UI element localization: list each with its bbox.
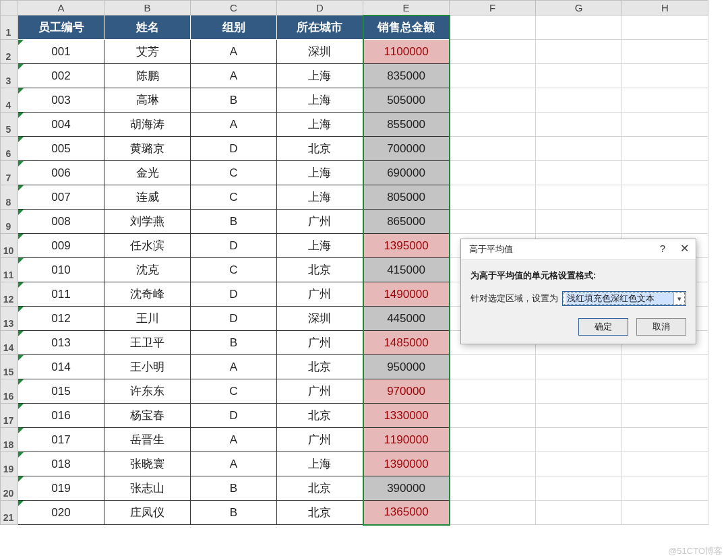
empty-cell[interactable] [622, 404, 708, 428]
cell-name[interactable]: 金光 [104, 161, 191, 185]
cell-name[interactable]: 许东东 [104, 379, 191, 404]
row-header[interactable]: 6 [1, 137, 18, 161]
cell-id[interactable]: 013 [18, 331, 104, 355]
empty-cell[interactable] [450, 113, 536, 137]
col-header-c[interactable]: C [191, 1, 277, 15]
cell-id[interactable]: 010 [18, 258, 104, 282]
cell-id[interactable]: 011 [18, 282, 104, 307]
cell-amount[interactable]: 1330000 [363, 404, 450, 428]
empty-cell[interactable] [536, 15, 622, 40]
empty-cell[interactable] [536, 185, 622, 210]
row-header[interactable]: 18 [1, 428, 18, 452]
cell-city[interactable]: 上海 [277, 113, 363, 137]
cell-id[interactable]: 005 [18, 137, 104, 161]
row-header[interactable]: 4 [1, 88, 18, 113]
cell-group[interactable]: B [191, 476, 277, 501]
cell-city[interactable]: 北京 [277, 476, 363, 501]
cell-id[interactable]: 014 [18, 355, 104, 379]
empty-cell[interactable] [450, 501, 536, 525]
cell-id[interactable]: 004 [18, 113, 104, 137]
cell-amount[interactable]: 700000 [363, 137, 450, 161]
cell-city[interactable]: 深圳 [277, 40, 363, 64]
cell-id[interactable]: 008 [18, 210, 104, 234]
empty-cell[interactable] [536, 210, 622, 234]
empty-cell[interactable] [450, 379, 536, 404]
cell-group[interactable]: A [191, 64, 277, 88]
empty-cell[interactable] [536, 137, 622, 161]
format-combo[interactable]: 浅红填充色深红色文本 ▾ [562, 291, 686, 306]
cell-amount[interactable]: 1485000 [363, 331, 450, 355]
cell-city[interactable]: 广州 [277, 331, 363, 355]
empty-cell[interactable] [622, 185, 708, 210]
row-header[interactable]: 16 [1, 379, 18, 404]
empty-cell[interactable] [450, 137, 536, 161]
empty-cell[interactable] [536, 113, 622, 137]
empty-cell[interactable] [450, 88, 536, 113]
cell-city[interactable]: 广州 [277, 210, 363, 234]
cell-group[interactable]: D [191, 307, 277, 331]
empty-cell[interactable] [622, 137, 708, 161]
empty-cell[interactable] [450, 428, 536, 452]
cell-city[interactable]: 广州 [277, 379, 363, 404]
row-header[interactable]: 15 [1, 355, 18, 379]
empty-cell[interactable] [450, 161, 536, 185]
cell-amount[interactable]: 445000 [363, 307, 450, 331]
cell-name[interactable]: 艾芳 [104, 40, 191, 64]
cell-amount[interactable]: 390000 [363, 476, 450, 501]
row-header[interactable]: 2 [1, 40, 18, 64]
cell-city[interactable]: 深圳 [277, 307, 363, 331]
cancel-button[interactable]: 取消 [636, 318, 686, 336]
cell-city[interactable]: 上海 [277, 234, 363, 258]
cell-name[interactable]: 黄璐京 [104, 137, 191, 161]
cell-group[interactable]: A [191, 428, 277, 452]
cell-amount[interactable]: 1365000 [363, 501, 450, 525]
empty-cell[interactable] [450, 355, 536, 379]
empty-cell[interactable] [622, 501, 708, 525]
cell-id[interactable]: 009 [18, 234, 104, 258]
empty-cell[interactable] [536, 501, 622, 525]
empty-cell[interactable] [536, 161, 622, 185]
cell-city[interactable]: 北京 [277, 404, 363, 428]
empty-cell[interactable] [622, 40, 708, 64]
cell-group[interactable]: B [191, 331, 277, 355]
cell-city[interactable]: 上海 [277, 452, 363, 476]
cell-amount[interactable]: 835000 [363, 64, 450, 88]
row-header[interactable]: 7 [1, 161, 18, 185]
empty-cell[interactable] [450, 476, 536, 501]
empty-cell[interactable] [622, 355, 708, 379]
empty-cell[interactable] [622, 379, 708, 404]
cell-city[interactable]: 北京 [277, 137, 363, 161]
empty-cell[interactable] [622, 161, 708, 185]
cell-group[interactable]: B [191, 501, 277, 525]
cell-id[interactable]: 002 [18, 64, 104, 88]
row-header[interactable]: 10 [1, 234, 18, 258]
cell-name[interactable]: 庄凤仪 [104, 501, 191, 525]
row-header[interactable]: 21 [1, 501, 18, 525]
row-header[interactable]: 11 [1, 258, 18, 282]
cell-city[interactable]: 上海 [277, 161, 363, 185]
empty-cell[interactable] [536, 452, 622, 476]
header-cell[interactable]: 组别 [191, 15, 277, 40]
cell-name[interactable]: 王小明 [104, 355, 191, 379]
cell-amount[interactable]: 855000 [363, 113, 450, 137]
col-header-g[interactable]: G [536, 1, 622, 15]
cell-name[interactable]: 王川 [104, 307, 191, 331]
row-header[interactable]: 14 [1, 331, 18, 355]
cell-group[interactable]: B [191, 210, 277, 234]
empty-cell[interactable] [536, 476, 622, 501]
cell-amount[interactable]: 970000 [363, 379, 450, 404]
col-header-e[interactable]: E [363, 1, 450, 15]
row-header[interactable]: 9 [1, 210, 18, 234]
empty-cell[interactable] [622, 15, 708, 40]
cell-group[interactable]: C [191, 185, 277, 210]
cell-group[interactable]: D [191, 234, 277, 258]
cell-group[interactable]: A [191, 40, 277, 64]
empty-cell[interactable] [450, 210, 536, 234]
cell-name[interactable]: 连威 [104, 185, 191, 210]
cell-city[interactable]: 广州 [277, 428, 363, 452]
empty-cell[interactable] [450, 15, 536, 40]
col-header-d[interactable]: D [277, 1, 363, 15]
cell-group[interactable]: A [191, 452, 277, 476]
cell-group[interactable]: A [191, 355, 277, 379]
cell-name[interactable]: 刘学燕 [104, 210, 191, 234]
